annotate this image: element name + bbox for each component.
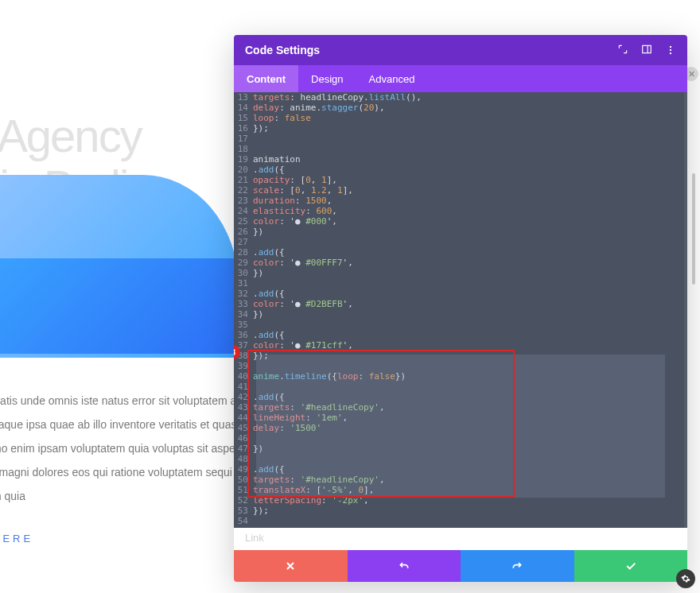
- code-line[interactable]: 19animation: [234, 154, 684, 165]
- code-line[interactable]: 37color: '● #171cff',: [234, 340, 684, 351]
- code-content[interactable]: delay: anime.stagger(20),: [253, 103, 684, 113]
- code-content[interactable]: [253, 361, 684, 371]
- code-line[interactable]: 39: [234, 361, 684, 371]
- code-content[interactable]: .add({: [253, 289, 684, 299]
- code-line[interactable]: 14delay: anime.stagger(20),: [234, 103, 684, 113]
- code-content[interactable]: opacity: [0, 1],: [253, 175, 684, 185]
- code-content[interactable]: targets: headlineCopy.listAll(),: [253, 92, 684, 103]
- panel-icon[interactable]: [641, 44, 652, 57]
- code-line[interactable]: 16});: [234, 123, 684, 134]
- tab-content[interactable]: Content: [234, 65, 298, 92]
- code-content[interactable]: }): [253, 309, 684, 320]
- code-line[interactable]: 13targets: headlineCopy.listAll(),: [234, 92, 684, 103]
- code-line[interactable]: 47}): [234, 444, 684, 454]
- redo-button[interactable]: [461, 550, 574, 582]
- code-line[interactable]: 53});: [234, 506, 684, 516]
- code-content[interactable]: .add({: [253, 330, 684, 340]
- code-line[interactable]: 43targets: '#headlineCopy',: [234, 402, 684, 413]
- code-content[interactable]: loop: false: [253, 113, 684, 123]
- code-line[interactable]: 28.add({: [234, 247, 684, 258]
- code-content[interactable]: [253, 278, 684, 289]
- code-line[interactable]: 15loop: false: [234, 113, 684, 123]
- code-content[interactable]: [253, 320, 684, 330]
- code-line[interactable]: 48: [234, 454, 684, 464]
- code-editor[interactable]: 13targets: headlineCopy.listAll(),14dela…: [234, 92, 687, 528]
- code-content[interactable]: lineHeight: '1em',: [253, 413, 684, 423]
- code-content[interactable]: }): [253, 227, 684, 237]
- code-content[interactable]: duration: 1500,: [253, 196, 684, 206]
- code-content[interactable]: .add({: [253, 392, 684, 402]
- expand-icon[interactable]: [617, 44, 628, 57]
- gear-icon[interactable]: [676, 569, 695, 588]
- code-content[interactable]: [253, 516, 684, 526]
- code-content[interactable]: scale: [0, 1.2, 1],: [253, 185, 684, 196]
- code-line[interactable]: 26}): [234, 227, 684, 237]
- code-line[interactable]: 50targets: '#headlineCopy',: [234, 475, 684, 485]
- code-line[interactable]: 54: [234, 516, 684, 526]
- code-content[interactable]: animation: [253, 154, 684, 165]
- code-line[interactable]: 30}): [234, 268, 684, 278]
- more-icon[interactable]: [665, 45, 676, 56]
- code-content[interactable]: .add({: [253, 247, 684, 258]
- code-content[interactable]: delay: '1500': [253, 423, 684, 433]
- code-content[interactable]: [253, 237, 684, 247]
- code-content[interactable]: color: '● #000',: [253, 216, 684, 227]
- code-content[interactable]: [253, 454, 684, 464]
- code-line[interactable]: 17: [234, 134, 684, 144]
- cta-link[interactable]: HERE: [0, 533, 33, 545]
- page-scrollbar[interactable]: [692, 173, 695, 285]
- editor-scrollbar[interactable]: [684, 92, 687, 528]
- code-line[interactable]: 51translateX: ['-5%', 0],: [234, 485, 684, 495]
- code-content[interactable]: letterSpacing: '-2px',: [253, 495, 684, 506]
- code-content[interactable]: color: '● #171cff',: [253, 340, 684, 351]
- code-content[interactable]: [253, 144, 684, 154]
- code-content[interactable]: [253, 526, 684, 528]
- code-line[interactable]: 32.add({: [234, 289, 684, 299]
- code-line[interactable]: 27: [234, 237, 684, 247]
- code-line[interactable]: 24elasticity: 600,: [234, 206, 684, 216]
- code-content[interactable]: color: '● #D2BEFB',: [253, 299, 684, 309]
- code-line[interactable]: 38});: [234, 351, 684, 361]
- cancel-button[interactable]: [234, 550, 348, 582]
- code-line[interactable]: 55: [234, 526, 684, 528]
- code-line[interactable]: 22scale: [0, 1.2, 1],: [234, 185, 684, 196]
- code-line[interactable]: 40anime.timeline({loop: false}): [234, 371, 684, 382]
- code-content[interactable]: }): [253, 268, 684, 278]
- code-content[interactable]: translateX: ['-5%', 0],: [253, 485, 684, 495]
- code-line[interactable]: 31: [234, 278, 684, 289]
- code-line[interactable]: 42.add({: [234, 392, 684, 402]
- code-line[interactable]: 46: [234, 433, 684, 444]
- code-content[interactable]: }): [253, 444, 684, 454]
- tab-design[interactable]: Design: [298, 65, 356, 92]
- code-line[interactable]: 35: [234, 320, 684, 330]
- code-content[interactable]: elasticity: 600,: [253, 206, 684, 216]
- code-content[interactable]: .add({: [253, 464, 684, 475]
- code-content[interactable]: [253, 382, 684, 392]
- code-line[interactable]: 36.add({: [234, 330, 684, 340]
- code-content[interactable]: color: '● #00FFF7',: [253, 258, 684, 268]
- code-content[interactable]: targets: '#headlineCopy',: [253, 402, 684, 413]
- save-button[interactable]: [574, 550, 688, 582]
- code-line[interactable]: 49.add({: [234, 464, 684, 475]
- code-content[interactable]: [253, 433, 684, 444]
- code-line[interactable]: 21opacity: [0, 1],: [234, 175, 684, 185]
- undo-button[interactable]: [348, 550, 461, 582]
- code-line[interactable]: 41: [234, 382, 684, 392]
- code-line[interactable]: 29color: '● #00FFF7',: [234, 258, 684, 268]
- code-content[interactable]: .add({: [253, 165, 684, 175]
- tab-advanced[interactable]: Advanced: [356, 65, 428, 92]
- code-line[interactable]: 18: [234, 144, 684, 154]
- code-line[interactable]: 44lineHeight: '1em',: [234, 413, 684, 423]
- code-line[interactable]: 23duration: 1500,: [234, 196, 684, 206]
- code-line[interactable]: 25color: '● #000',: [234, 216, 684, 227]
- code-content[interactable]: });: [253, 123, 684, 134]
- code-content[interactable]: targets: '#headlineCopy',: [253, 475, 684, 485]
- code-line[interactable]: 34}): [234, 309, 684, 320]
- code-line[interactable]: 52letterSpacing: '-2px',: [234, 495, 684, 506]
- code-line[interactable]: 20.add({: [234, 165, 684, 175]
- code-content[interactable]: });: [253, 351, 684, 361]
- code-line[interactable]: 45delay: '1500': [234, 423, 684, 433]
- code-content[interactable]: anime.timeline({loop: false}): [253, 371, 684, 382]
- code-content[interactable]: });: [253, 506, 684, 516]
- code-content[interactable]: [253, 134, 684, 144]
